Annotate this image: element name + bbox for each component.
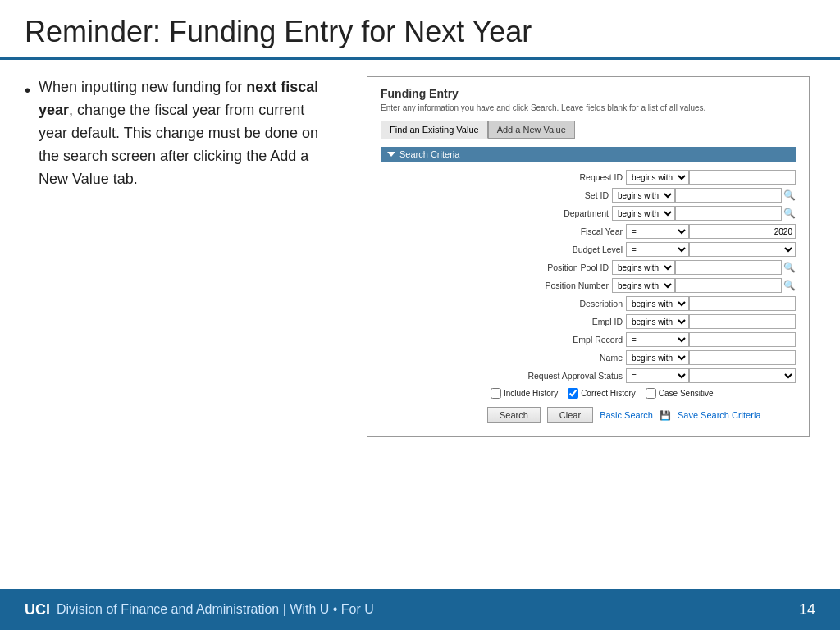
checkbox-correct-history-label: Correct History (581, 389, 636, 398)
footer-text: Division of Finance and Administration |… (57, 602, 374, 617)
input-description[interactable] (689, 296, 796, 311)
label-budget-level: Budget Level (519, 244, 626, 254)
field-row-description: Description begins with = (381, 296, 796, 311)
field-row-budget-level: Budget Level = begins with (381, 242, 796, 257)
slide-title-bar: Reminder: Funding Entry for Next Year (0, 0, 840, 60)
input-request-id[interactable] (689, 170, 796, 185)
checkbox-include-history-label: Include History (504, 389, 558, 398)
input-empl-record[interactable] (689, 332, 796, 347)
search-icon-set-id[interactable]: 🔍 (783, 189, 796, 201)
field-row-empl-record: Empl Record = begins with (381, 332, 796, 347)
search-icon-position-number[interactable]: 🔍 (783, 280, 796, 291)
field-row-approval-status: Request Approval Status = begins with (381, 368, 796, 383)
label-set-id: Set ID (505, 190, 612, 200)
triangle-icon (387, 152, 395, 157)
checkbox-correct-history: Correct History (568, 388, 636, 399)
field-row-fiscal-year: Fiscal Year = begins with (381, 224, 796, 239)
field-row-set-id: Set ID begins with = 🔍 (381, 188, 796, 203)
input-budget-level[interactable] (689, 242, 796, 257)
operator-empl-record[interactable]: = begins with (626, 332, 689, 347)
label-position-number: Position Number (505, 281, 612, 290)
label-fiscal-year: Fiscal Year (519, 226, 626, 236)
form-title: Funding Entry (381, 87, 796, 100)
funding-entry-form: Funding Entry Enter any information you … (367, 76, 810, 437)
search-criteria-label: Search Criteria (399, 149, 459, 159)
label-description: Description (519, 299, 626, 308)
checkbox-include-history-input[interactable] (491, 388, 501, 399)
operator-department[interactable]: begins with = (612, 206, 675, 221)
input-set-id[interactable] (675, 188, 782, 203)
save-icon: 💾 (660, 410, 671, 421)
input-empl-id[interactable] (689, 314, 796, 329)
bullet-before-bold: When inputting new funding for (39, 79, 246, 95)
slide-title: Reminder: Funding Entry for Next Year (25, 15, 815, 49)
slide-content: When inputting new funding for next fisc… (0, 60, 840, 589)
input-position-pool-id[interactable] (675, 260, 782, 275)
input-department[interactable] (675, 206, 782, 221)
search-criteria-header[interactable]: Search Criteria (381, 147, 796, 162)
checkboxes-row: Include History Correct History Case Sen… (491, 388, 796, 399)
operator-approval-status[interactable]: = begins with (626, 368, 689, 383)
clear-button[interactable]: Clear (547, 407, 593, 423)
slide-footer: UCI Division of Finance and Administrati… (0, 589, 840, 630)
operator-set-id[interactable]: begins with = (612, 188, 675, 203)
footer-uci-label: UCI (25, 601, 50, 619)
label-position-pool-id: Position Pool ID (505, 262, 612, 272)
search-icon-department[interactable]: 🔍 (783, 208, 796, 219)
save-search-link[interactable]: Save Search Criteria (678, 410, 761, 420)
field-row-name: Name begins with = (381, 350, 796, 365)
input-approval-status[interactable] (689, 368, 796, 383)
search-button[interactable]: Search (487, 407, 541, 423)
checkbox-case-sensitive: Case Sensitive (646, 388, 714, 399)
field-row-position-pool-id: Position Pool ID begins with = 🔍 (381, 260, 796, 275)
label-department: Department (505, 208, 612, 218)
slide: Reminder: Funding Entry for Next Year Wh… (0, 0, 840, 630)
bullet-item: When inputting new funding for next fisc… (25, 76, 336, 190)
label-request-id: Request ID (519, 172, 626, 182)
bullet-text: When inputting new funding for next fisc… (39, 76, 336, 190)
label-empl-id: Empl ID (519, 317, 626, 326)
tab-add-new[interactable]: Add a New Value (488, 121, 575, 139)
operator-description[interactable]: begins with = (626, 296, 689, 311)
checkbox-case-sensitive-label: Case Sensitive (659, 389, 714, 398)
label-approval-status: Request Approval Status (519, 371, 626, 381)
field-row-department: Department begins with = 🔍 (381, 206, 796, 221)
form-tabs: Find an Existing Value Add a New Value (381, 121, 796, 139)
label-name: Name (519, 353, 626, 363)
operator-name[interactable]: begins with = (626, 350, 689, 365)
operator-empl-id[interactable]: begins with = (626, 314, 689, 329)
footer-page-number: 14 (799, 601, 815, 619)
bullet-after-bold: , change the fiscal year from current ye… (39, 102, 318, 187)
field-row-empl-id: Empl ID begins with = (381, 314, 796, 329)
operator-fiscal-year[interactable]: = begins with (626, 224, 689, 239)
operator-position-pool-id[interactable]: begins with = (612, 260, 675, 275)
input-fiscal-year[interactable] (689, 224, 796, 239)
search-icon-position-pool-id[interactable]: 🔍 (783, 262, 796, 273)
operator-request-id[interactable]: begins with = (626, 170, 689, 185)
form-subtitle: Enter any information you have and click… (381, 103, 796, 112)
tab-find-existing[interactable]: Find an Existing Value (381, 121, 488, 139)
field-row-position-number: Position Number begins with = 🔍 (381, 278, 796, 293)
input-position-number[interactable] (675, 278, 782, 293)
checkbox-include-history: Include History (491, 388, 558, 399)
label-empl-record: Empl Record (519, 335, 626, 345)
form-fields: Request ID begins with = Set ID begins w… (381, 170, 796, 383)
checkbox-case-sensitive-input[interactable] (646, 388, 656, 399)
field-row-request-id: Request ID begins with = (381, 170, 796, 185)
right-panel: Funding Entry Enter any information you … (361, 76, 815, 581)
basic-search-link[interactable]: Basic Search (600, 410, 653, 420)
footer-left: UCI Division of Finance and Administrati… (25, 601, 374, 619)
checkbox-correct-history-input[interactable] (568, 388, 578, 399)
action-buttons: Search Clear Basic Search 💾 Save Search … (487, 407, 796, 423)
operator-budget-level[interactable]: = begins with (626, 242, 689, 257)
operator-position-number[interactable]: begins with = (612, 278, 675, 293)
left-panel: When inputting new funding for next fisc… (25, 76, 336, 581)
input-name[interactable] (689, 350, 796, 365)
